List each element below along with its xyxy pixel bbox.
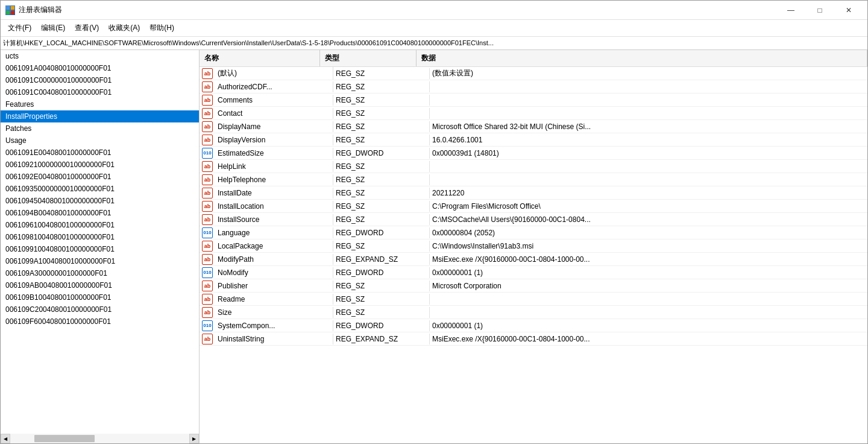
tree-item-2[interactable]: 0061091C000000010000000F01 <box>1 74 199 86</box>
registry-row-14[interactable]: abModifyPathREG_EXPAND_SZMsiExec.exe /X{… <box>200 253 867 266</box>
registry-row-16[interactable]: abPublisherREG_SZMicrosoft Corporation <box>200 279 867 293</box>
close-button[interactable]: ✕ <box>835 1 863 20</box>
tree-item-17[interactable]: 0061099A1004080010000000F01 <box>1 255 199 267</box>
registry-row-5[interactable]: abDisplayVersionREG_SZ16.0.4266.1001 <box>200 133 867 147</box>
registry-values-scroll[interactable]: ab(默认)REG_SZ(数值未设置)abAuthorizedCDF...REG… <box>200 67 867 443</box>
scroll-thumb[interactable] <box>34 435 95 442</box>
tree-item-0[interactable]: ucts <box>1 50 199 62</box>
registry-row-18[interactable]: abSizeREG_SZ <box>200 306 867 319</box>
registry-row-6[interactable]: 010EstimatedSizeREG_DWORD0x000039d1 (148… <box>200 147 867 160</box>
reg-name-cell: AuthorizedCDF... <box>215 81 333 92</box>
reg-name-cell: LocalPackage <box>215 241 333 252</box>
scroll-left-btn[interactable]: ◀ <box>1 434 10 443</box>
minimize-button[interactable]: — <box>777 1 805 20</box>
scroll-right-btn[interactable]: ▶ <box>189 434 199 443</box>
registry-row-4[interactable]: abDisplayNameREG_SZMicrosoft Office Shar… <box>200 120 867 133</box>
reg-string-icon: ab <box>202 334 213 344</box>
tree-scroll-area[interactable]: ucts0061091A004080010000000F010061091C00… <box>1 50 199 434</box>
tree-item-14[interactable]: 006109610040800100000000F01 <box>1 219 199 231</box>
tree-item-7[interactable]: Usage <box>1 135 199 147</box>
right-panel: 名称 类型 数据 ab(默认)REG_SZ(数值未设置)abAuthorized… <box>200 50 867 443</box>
registry-row-2[interactable]: abCommentsREG_SZ <box>200 94 867 107</box>
title-bar: 注册表编辑器 — □ ✕ <box>1 1 867 20</box>
reg-type-cell: REG_SZ <box>333 241 430 252</box>
registry-row-9[interactable]: abInstallDateREG_SZ20211220 <box>200 186 867 200</box>
reg-name-cell: ModifyPath <box>215 254 333 265</box>
svg-rect-0 <box>6 6 10 10</box>
tree-item-9[interactable]: 006109210000000010000000F01 <box>1 159 199 171</box>
scroll-track[interactable] <box>10 434 189 443</box>
registry-row-13[interactable]: abLocalPackageREG_SZC:\Windows\Installer… <box>200 239 867 253</box>
maximize-button[interactable]: □ <box>806 1 834 20</box>
left-panel: ucts0061091A004080010000000F010061091C00… <box>1 50 200 443</box>
reg-name-cell: Publisher <box>215 281 333 291</box>
reg-data-cell: MsiExec.exe /X{90160000-00C1-0804-1000-0… <box>430 254 867 265</box>
menu-help[interactable]: 帮助(H) <box>145 21 179 36</box>
registry-row-0[interactable]: ab(默认)REG_SZ(数值未设置) <box>200 67 867 80</box>
tree-item-13[interactable]: 0061094B004080010000000F01 <box>1 207 199 219</box>
reg-data-cell: C:\MSOCache\All Users\{90160000-00C1-080… <box>430 214 867 225</box>
tree-item-3[interactable]: 0061091C004080010000000F01 <box>1 86 199 98</box>
tree-item-5[interactable]: InstallProperties <box>1 110 199 122</box>
registry-row-8[interactable]: abHelpTelephoneREG_SZ <box>200 173 867 186</box>
reg-data-cell <box>430 112 867 115</box>
tree-item-6[interactable]: Patches <box>1 122 199 135</box>
tree-item-22[interactable]: 006109F6004080010000000F01 <box>1 316 199 328</box>
reg-name-cell: Contact <box>215 108 333 119</box>
registry-row-7[interactable]: abHelpLinkREG_SZ <box>200 160 867 173</box>
menu-view[interactable]: 查看(V) <box>70 21 104 36</box>
registry-row-17[interactable]: abReadmeREG_SZ <box>200 293 867 306</box>
menu-favorites[interactable]: 收藏夹(A) <box>104 21 145 36</box>
tree-item-15[interactable]: 006109810040800100000000F01 <box>1 231 199 243</box>
app-icon <box>5 5 15 15</box>
reg-type-cell: REG_DWORD <box>333 148 430 159</box>
main-content: ucts0061091A004080010000000F010061091C00… <box>1 50 867 443</box>
registry-row-11[interactable]: abInstallSourceREG_SZC:\MSOCache\All Use… <box>200 213 867 226</box>
reg-string-icon: ab <box>202 174 213 185</box>
tree-item-4[interactable]: Features <box>1 98 199 110</box>
tree-item-12[interactable]: 006109450408001000000000F01 <box>1 195 199 207</box>
menu-bar: 文件(F) 编辑(E) 查看(V) 收藏夹(A) 帮助(H) <box>1 20 867 37</box>
col-header-name: 名称 <box>200 50 320 66</box>
column-headers: 名称 类型 数据 <box>200 50 867 67</box>
tree-item-8[interactable]: 0061091E004080010000000F01 <box>1 147 199 159</box>
tree-item-20[interactable]: 006109B1004080010000000F01 <box>1 291 199 303</box>
reg-name-cell: HelpLink <box>215 161 333 172</box>
registry-row-3[interactable]: abContactREG_SZ <box>200 107 867 120</box>
reg-data-cell: 0x00000001 (1) <box>430 267 867 278</box>
registry-row-10[interactable]: abInstallLocationREG_SZC:\Program Files\… <box>200 200 867 213</box>
registry-row-20[interactable]: abUninstallStringREG_EXPAND_SZMsiExec.ex… <box>200 332 867 346</box>
reg-string-icon: ab <box>202 161 213 172</box>
tree-item-19[interactable]: 006109AB004080010000000F01 <box>1 279 199 291</box>
tree-item-21[interactable]: 006109C2004080010000000F01 <box>1 303 199 316</box>
reg-string-icon: ab <box>202 201 213 212</box>
reg-string-icon: ab <box>202 188 213 198</box>
reg-type-cell: REG_SZ <box>333 161 430 172</box>
registry-row-15[interactable]: 010NoModifyREG_DWORD0x00000001 (1) <box>200 266 867 279</box>
reg-type-cell: REG_SZ <box>333 81 430 92</box>
registry-row-1[interactable]: abAuthorizedCDF...REG_SZ <box>200 80 867 94</box>
reg-data-cell <box>430 86 867 88</box>
tree-item-1[interactable]: 0061091A004080010000000F01 <box>1 62 199 74</box>
tree-item-11[interactable]: 006109350000000010000000F01 <box>1 183 199 195</box>
reg-string-icon: ab <box>202 307 213 318</box>
menu-edit[interactable]: 编辑(E) <box>36 21 70 36</box>
reg-data-cell: 20211220 <box>430 188 867 198</box>
window-title: 注册表编辑器 <box>19 5 777 15</box>
tree-item-16[interactable]: 006109910040800100000000F01 <box>1 243 199 255</box>
reg-name-cell: Readme <box>215 294 333 305</box>
tree-item-10[interactable]: 0061092E004080010000000F01 <box>1 171 199 183</box>
reg-string-icon: ab <box>202 68 213 79</box>
tree-item-18[interactable]: 006109A300000001000000F01 <box>1 267 199 279</box>
reg-data-cell <box>430 165 867 168</box>
reg-data-cell: (数值未设置) <box>430 67 867 80</box>
reg-dword-icon: 010 <box>202 267 213 278</box>
registry-row-19[interactable]: 010SystemCompon...REG_DWORD0x00000001 (1… <box>200 319 867 332</box>
registry-row-12[interactable]: 010LanguageREG_DWORD0x00000804 (2052) <box>200 226 867 239</box>
reg-string-icon: ab <box>202 135 213 145</box>
horizontal-scrollbar[interactable]: ◀ ▶ <box>1 434 199 443</box>
reg-name-cell: DisplayVersion <box>215 135 333 145</box>
menu-file[interactable]: 文件(F) <box>3 21 36 36</box>
reg-type-cell: REG_DWORD <box>333 267 430 278</box>
col-header-data: 数据 <box>417 50 867 66</box>
